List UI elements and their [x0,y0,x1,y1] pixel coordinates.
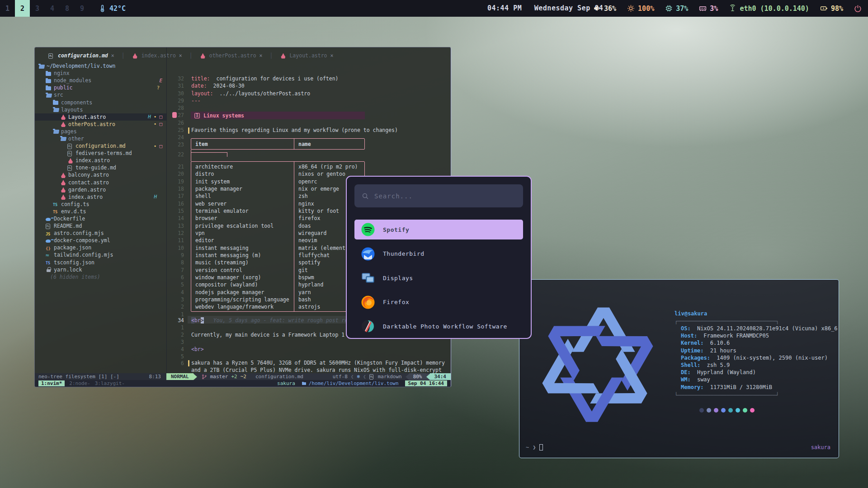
cpu-widget[interactable]: 37% [665,5,688,13]
workspace-button[interactable]: 4 [45,0,60,17]
tab-close-icon[interactable]: × [330,52,334,59]
tree-item[interactable]: README.md [35,222,166,230]
tree-item[interactable]: fediverse-terms.md [35,150,166,157]
tree-item[interactable]: node_modules E [35,77,166,84]
session-name: sakura [811,444,830,450]
tree-item-label: contact.astro [68,179,109,186]
tree-item[interactable]: astro.config.mjs [35,230,166,237]
tmux-session-name: sakura [277,380,295,386]
prompt-char: ❯ [533,444,536,450]
line-number: 3 [167,296,184,304]
tree-item[interactable]: src [35,91,166,99]
palette-dot [721,408,726,413]
line-number: 25 [167,127,184,134]
tree-item[interactable]: tone-guide.md [35,164,166,171]
tree-item-label: layouts [61,107,83,113]
launcher-item-darktable[interactable]: Darktable Photo Workflow Software [354,316,523,336]
network-widget[interactable]: eth0 (10.0.0.140) [729,5,809,13]
powerline-separator [193,374,197,380]
tree-item[interactable]: configuration.md • □ [35,142,166,150]
tab-layout-astro[interactable]: Layout.astro × [273,52,340,59]
volume-value: 36% [604,5,616,13]
shell-prompt[interactable]: ~ ❯ [526,444,543,450]
tree-item[interactable]: other [35,135,166,142]
file-type-icon [46,259,52,265]
tree-item[interactable]: index.astro [35,157,166,164]
fetch-terminal-window[interactable]: liv@sakura ┌────────────────────────────… [519,279,839,458]
power-widget[interactable] [854,5,862,12]
tree-item[interactable]: components [35,99,166,106]
line-number: 3 [167,339,184,346]
file-type-icon [67,158,74,164]
file-type-icon [53,99,59,105]
tree-item-label: yarn.lock [54,267,82,273]
workspace-button[interactable]: 3 [30,0,45,17]
workspace-button[interactable]: 8 [60,0,75,17]
tree-item[interactable]: pages [35,128,166,135]
neo-tree-position: 8:13 [149,374,163,380]
tab-index-astro[interactable]: index.astro × [125,52,189,59]
cursor-line: <br> You, 5 days ago - feat: write rough… [191,317,348,324]
tree-item[interactable]: (6 hidden items) [35,273,166,281]
launcher-item-spotify[interactable]: Spotify [354,220,523,239]
workspace-button[interactable]: 1 [0,0,15,17]
terminal-color-palette [699,408,755,413]
tab-close-icon[interactable]: × [259,52,263,59]
tree-item-label: index.astro [75,157,110,164]
spotify-icon [361,222,375,237]
tree-item[interactable]: env.d.ts [35,208,166,215]
tree-item[interactable]: tsconfig.json [35,259,166,266]
tab-close-icon[interactable]: × [179,52,182,59]
tree-item[interactable]: garden.astro [35,186,166,193]
file-type-icon [60,194,66,200]
tree-item[interactable]: tailwind.config.mjs [35,251,166,258]
tree-item[interactable]: balcony.astro [35,171,166,178]
volume-widget[interactable]: 36% [593,5,616,13]
tree-item[interactable]: Layout.astro H • □ [35,113,166,121]
launcher-item-thunderbird[interactable]: Thunderbird [354,244,523,264]
table-row: webdev language/framework astrojs [191,304,364,311]
tree-item[interactable]: config.ts [35,201,166,208]
tree-item[interactable]: public ? [35,84,166,91]
launcher-item-firefox[interactable]: Firefox [354,292,523,312]
tmux-window-lazygit[interactable]: 3:lazygit- [95,380,125,386]
tree-item-label: node_modules [54,77,91,84]
battery-widget[interactable]: 98% [820,5,843,13]
tree-item[interactable]: package.json [35,244,166,251]
line-number: 20 [167,171,184,178]
line-number: 1 [167,324,184,332]
astro-icon [132,53,138,59]
os-icon: ❄ [357,374,360,380]
tree-item[interactable]: yarn.lock [35,266,166,273]
workspace-button[interactable]: 2 [15,0,30,17]
tree-item[interactable]: contact.astro [35,179,166,186]
table-cell-item: music (streaming) [191,259,294,267]
search-input[interactable] [374,192,516,200]
tree-item[interactable]: nginx [35,70,166,77]
fetch-info-label: WM: [681,376,691,383]
tmux-window-nvim[interactable]: 1:nvim* [38,380,65,386]
tab-configuration-md[interactable]: configuration.md × [41,52,122,59]
file-type-icon [46,252,52,258]
launcher-item-displays[interactable]: Displays [354,268,523,288]
tree-item[interactable]: index.astro H [35,193,166,201]
line-number: 7 [167,267,184,274]
tmux-window-node[interactable]: 2:node- [69,380,90,386]
app-launcher: Spotify Thunderbird Displays Firefox Dar… [346,176,532,339]
git-branch-icon [202,374,207,380]
launcher-search[interactable] [354,184,523,207]
line-number: 24 [167,134,184,141]
tree-item[interactable]: docker-compose.yml [35,237,166,244]
git-added-count: +2 [231,374,237,380]
brightness-widget[interactable]: 100% [627,5,654,13]
tree-item[interactable]: otherPost.astro • □ [35,121,166,128]
tab-otherpost-astro[interactable]: otherPost.astro × [193,52,270,59]
memory-widget[interactable]: 3% [699,5,718,13]
workspace-button[interactable]: 9 [75,0,90,17]
tab-close-icon[interactable]: × [111,52,114,59]
tree-item-label: public [54,84,73,91]
terminal-cursor [539,444,543,450]
tree-item[interactable]: ~/Development/liv.town [35,62,166,70]
tree-item[interactable]: layouts [35,106,166,113]
tree-item[interactable]: Dockerfile [35,215,166,222]
